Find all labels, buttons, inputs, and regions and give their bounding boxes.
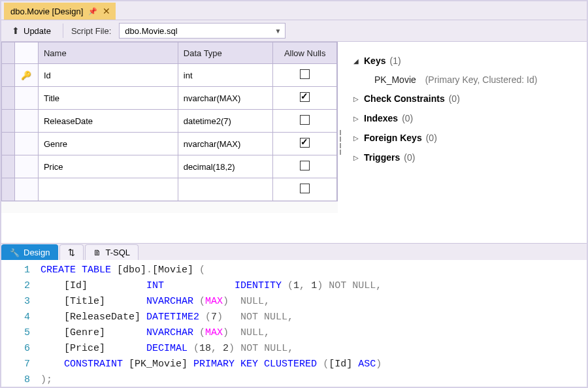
allow-nulls-cell[interactable]	[273, 155, 337, 178]
toolbar-divider	[63, 24, 63, 38]
close-icon[interactable]: ✕	[103, 6, 110, 16]
allow-nulls-cell[interactable]	[273, 110, 337, 133]
tab-tsql-label: T-SQL	[105, 248, 130, 257]
row-header[interactable]	[2, 64, 15, 87]
column-type-cell[interactable]: decimal(18,2)	[178, 155, 273, 178]
table-row[interactable]	[2, 178, 338, 201]
table-row[interactable]: Titlenvarchar(MAX)	[2, 87, 338, 110]
document-tab-strip: dbo.Movie [Design] 📌 ✕	[1, 1, 587, 20]
foreign-keys-node[interactable]: ▷ Foreign Keys (0)	[350, 128, 580, 148]
column-name-cell[interactable]: Id	[38, 64, 178, 87]
tab-design[interactable]: 🔧 Design	[1, 244, 58, 260]
fkeys-label: Foreign Keys	[364, 133, 422, 143]
update-button[interactable]: ⬆ Update	[8, 24, 55, 38]
expand-icon: ◢	[353, 57, 360, 65]
script-file-combo[interactable]: dbo.Movie.sql ▼	[119, 23, 286, 39]
row-key-icon	[14, 155, 38, 178]
column-name-cell[interactable]: Genre	[38, 133, 178, 155]
triggers-count: (0)	[404, 152, 415, 163]
column-name-cell[interactable]: ReleaseDate	[38, 110, 178, 133]
key-item[interactable]: PK_Movie (Primary Key, Clustered: Id)	[350, 71, 580, 89]
tab-design-label: Design	[24, 248, 50, 257]
row-header[interactable]	[2, 155, 15, 178]
key-hint: (Primary Key, Clustered: Id)	[425, 74, 538, 85]
column-name-cell[interactable]: Price	[38, 155, 178, 178]
swap-icon: ⇅	[68, 248, 75, 257]
allow-nulls-cell[interactable]	[273, 133, 337, 155]
chevron-down-icon: ▼	[274, 27, 281, 35]
row-key-icon: 🔑	[14, 64, 38, 87]
row-header[interactable]	[2, 133, 15, 155]
check-constraints-node[interactable]: ▷ Check Constraints (0)	[350, 89, 580, 108]
toolbar: ⬆ Update Script File: dbo.Movie.sql ▼	[1, 20, 587, 42]
row-key-icon	[14, 110, 38, 133]
columns-grid-pane: Name Data Type Allow Nulls 🔑IdintTitlenv…	[1, 42, 338, 243]
checkbox-icon[interactable]	[300, 92, 310, 102]
grid-corner	[2, 42, 15, 64]
update-label: Update	[24, 26, 51, 36]
indexes-label: Indexes	[364, 113, 398, 123]
row-header[interactable]	[2, 178, 15, 201]
column-type-cell[interactable]: int	[178, 64, 273, 87]
grid-header-name[interactable]: Name	[38, 42, 178, 64]
checkbox-icon[interactable]	[300, 115, 310, 125]
column-name-cell[interactable]	[38, 178, 178, 201]
check-count: (0)	[449, 93, 460, 104]
keys-node[interactable]: ◢ Keys (1)	[350, 51, 580, 71]
sql-code[interactable]: CREATE TABLE [dbo].[Movie] ( [Id] INT ID…	[41, 263, 382, 388]
triggers-label: Triggers	[364, 152, 400, 163]
designer-content: Name Data Type Allow Nulls 🔑IdintTitlenv…	[1, 42, 587, 243]
column-name-cell[interactable]: Title	[38, 87, 178, 110]
document-tab[interactable]: dbo.Movie [Design] 📌 ✕	[4, 3, 116, 20]
column-type-cell[interactable]	[178, 178, 273, 201]
column-type-cell[interactable]: datetime2(7)	[178, 110, 273, 133]
keys-count: (1)	[389, 56, 400, 66]
tab-swap[interactable]: ⇅	[59, 244, 84, 260]
table-row[interactable]: ReleaseDatedatetime2(7)	[2, 110, 338, 133]
columns-grid[interactable]: Name Data Type Allow Nulls 🔑IdintTitlenv…	[1, 42, 338, 201]
keys-label: Keys	[364, 56, 385, 66]
indexes-count: (0)	[402, 113, 413, 123]
checkbox-icon[interactable]	[300, 161, 310, 170]
grid-header-nulls[interactable]: Allow Nulls	[273, 42, 337, 64]
row-header[interactable]	[2, 87, 15, 110]
script-file-label: Script File:	[71, 26, 111, 36]
allow-nulls-cell[interactable]	[273, 87, 337, 110]
grid-scrollbar[interactable]	[1, 201, 338, 213]
expand-icon: ▷	[353, 135, 360, 142]
row-key-icon	[14, 178, 38, 201]
expand-icon: ▷	[353, 115, 360, 122]
allow-nulls-cell[interactable]	[273, 64, 337, 87]
expand-icon: ▷	[353, 95, 360, 103]
checkbox-icon[interactable]	[300, 69, 310, 79]
upload-icon: ⬆	[12, 25, 20, 36]
grid-header-type[interactable]: Data Type	[178, 42, 273, 64]
row-key-icon	[14, 133, 38, 155]
check-label: Check Constraints	[364, 93, 445, 104]
triggers-node[interactable]: ▷ Triggers (0)	[350, 148, 580, 167]
bottom-tab-strip: 🔧 Design ⇅ 🗎 T-SQL	[1, 243, 587, 260]
properties-pane: ◢ Keys (1) PK_Movie (Primary Key, Cluste…	[343, 42, 587, 243]
row-key-icon	[14, 87, 38, 110]
tab-tsql[interactable]: 🗎 T-SQL	[85, 244, 139, 260]
sql-editor[interactable]: 12345678 CREATE TABLE [dbo].[Movie] ( [I…	[1, 260, 587, 388]
checkbox-icon[interactable]	[300, 138, 310, 148]
allow-nulls-cell[interactable]	[273, 178, 337, 201]
sql-icon: 🗎	[93, 248, 101, 257]
fkeys-count: (0)	[426, 133, 437, 143]
splitter-handle[interactable]	[338, 42, 343, 243]
pin-icon[interactable]: 📌	[88, 7, 97, 16]
column-type-cell[interactable]: nvarchar(MAX)	[178, 87, 273, 110]
table-row[interactable]: 🔑Idint	[2, 64, 338, 87]
design-icon: 🔧	[10, 248, 20, 257]
indexes-node[interactable]: ▷ Indexes (0)	[350, 108, 580, 128]
row-header[interactable]	[2, 110, 15, 133]
column-type-cell[interactable]: nvarchar(MAX)	[178, 133, 273, 155]
script-file-value: dbo.Movie.sql	[125, 26, 177, 36]
line-gutter: 12345678	[1, 263, 41, 388]
table-row[interactable]: Genrenvarchar(MAX)	[2, 133, 338, 155]
grid-icon-header	[14, 42, 38, 64]
checkbox-icon[interactable]	[300, 184, 310, 193]
table-row[interactable]: Pricedecimal(18,2)	[2, 155, 338, 178]
key-name: PK_Movie	[374, 74, 416, 85]
